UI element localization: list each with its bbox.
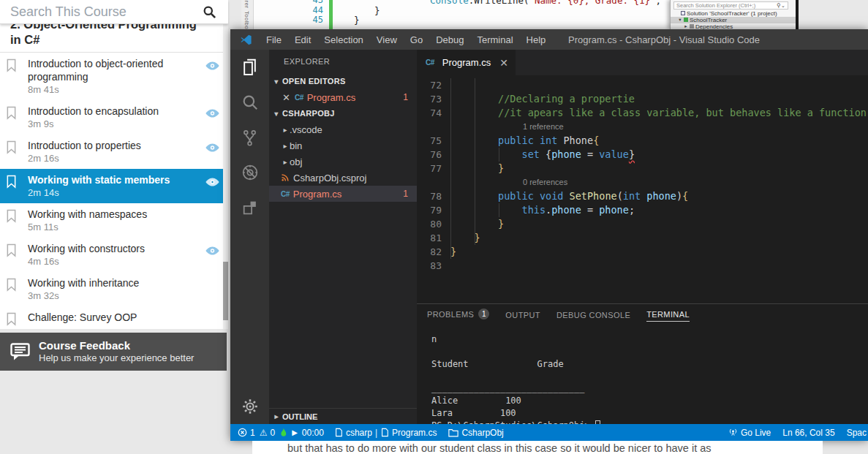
- tab-filename: Program.cs: [442, 57, 491, 68]
- course-feedback-banner[interactable]: Course Feedback Help us make your experi…: [0, 333, 227, 371]
- code-line[interactable]: 74 //it apears like a class variable, bu…: [417, 106, 868, 120]
- activity-extensions-button[interactable]: [230, 190, 269, 225]
- code-line[interactable]: 81 }: [417, 231, 868, 245]
- terminal-line: Alice 100: [431, 395, 868, 407]
- codelens[interactable]: 1 reference: [417, 120, 868, 134]
- project-folder-header[interactable]: ▾ CSHARPOBJ: [269, 105, 417, 121]
- errors-status[interactable]: 1: [238, 428, 255, 438]
- indent-guide: [499, 203, 499, 217]
- eye-icon: [205, 61, 219, 70]
- outline-header[interactable]: ▸ OUTLINE: [269, 408, 417, 424]
- menu-file[interactable]: File: [260, 34, 288, 45]
- run-code-button[interactable]: ▶: [292, 428, 298, 436]
- code-line[interactable]: 82}: [417, 245, 868, 259]
- tree-item-bin[interactable]: ▸bin: [269, 137, 417, 154]
- bookmark-icon[interactable]: [6, 175, 17, 189]
- close-icon[interactable]: ✕: [282, 92, 290, 103]
- codelens[interactable]: 0 references: [417, 175, 868, 189]
- tree-item-obj[interactable]: ▸obj: [269, 154, 417, 170]
- menu-go[interactable]: Go: [404, 34, 429, 45]
- language-status[interactable]: csharp | Program.cs: [334, 428, 437, 438]
- cursor-position-status[interactable]: Ln 66, Col 35: [782, 428, 834, 438]
- menu-edit[interactable]: Edit: [288, 34, 317, 45]
- course-search-input[interactable]: [0, 4, 203, 20]
- line-number: 81: [417, 231, 442, 245]
- warnings-status[interactable]: ⚠ 0: [260, 428, 275, 438]
- code-line[interactable]: 79 this.phone = phone;: [417, 203, 868, 217]
- menu-selection[interactable]: Selection: [317, 34, 369, 45]
- go-live-label: Go Live: [741, 428, 771, 438]
- bookmark-icon[interactable]: [6, 58, 17, 72]
- lesson-item[interactable]: Introduction to properties2m 16s: [0, 135, 228, 169]
- lesson-title: Working with static members: [28, 173, 196, 186]
- code-line[interactable]: 80 }: [417, 217, 868, 231]
- code-line[interactable]: 72: [417, 78, 868, 92]
- terminal[interactable]: n Student Grade ________________________…: [417, 326, 868, 424]
- feedback-title: Course Feedback: [39, 339, 194, 352]
- lesson-item[interactable]: Working with inheritance3m 32s: [0, 272, 228, 306]
- bookmark-icon[interactable]: [6, 106, 17, 120]
- lesson-item[interactable]: Working with static members2m 14s: [0, 169, 228, 203]
- lesson-item[interactable]: Introduction to encapsulation3m 9s: [0, 100, 228, 135]
- lesson-duration: 2m 14s: [28, 186, 196, 199]
- lesson-title: Challenge: Survey OOP: [28, 311, 196, 324]
- menu-terminal[interactable]: Terminal: [470, 34, 519, 45]
- go-live-button[interactable]: Go Live: [728, 428, 771, 438]
- code-editor[interactable]: 7273 //Declaring a propertie74 //it apea…: [417, 75, 868, 303]
- code-text: public int Phone{: [442, 134, 599, 148]
- open-editors-header[interactable]: ▾ OPEN EDITORS: [269, 73, 417, 89]
- lesson-item[interactable]: Challenge: Survey OOP: [0, 306, 228, 329]
- course-video-strip[interactable]: orer Toolbox 43 44 45 Console.WriteLine(…: [241, 0, 799, 29]
- panel-tab-output[interactable]: OUTPUT: [505, 311, 540, 322]
- bookmark-icon[interactable]: [6, 243, 17, 257]
- activity-source-control-button[interactable]: [230, 120, 269, 155]
- panel-tab-debug-console[interactable]: DEBUG CONSOLE: [556, 311, 630, 322]
- solution-explorer-row: Solution 'SchoolTracker' (1 project): [671, 10, 796, 17]
- search-icon[interactable]: [203, 5, 216, 19]
- menu-help[interactable]: Help: [520, 34, 553, 45]
- code-line[interactable]: 76 set {phone = value}: [417, 148, 868, 162]
- indent-guide: [450, 78, 451, 259]
- sidebar-scrollbar-thumb[interactable]: [223, 262, 228, 320]
- csharp-file-icon: C#: [295, 94, 303, 102]
- code-line[interactable]: 75 public int Phone{: [417, 134, 868, 148]
- dependencies-icon: [690, 24, 694, 29]
- lesson-item[interactable]: Working with constructors4m 16s: [0, 238, 228, 272]
- timer-status[interactable]: 00:00: [302, 428, 324, 438]
- close-icon[interactable]: ✕: [499, 57, 508, 69]
- vs-code-line: Console.WriteLine("Name: {0}, Grade: {1}…: [336, 0, 667, 6]
- activity-debug-button[interactable]: [230, 155, 269, 190]
- code-line[interactable]: 77 }: [417, 162, 868, 175]
- menu-bar: FileEditSelectionViewGoDebugTerminalHelp: [260, 34, 552, 45]
- error-count: 1: [250, 428, 255, 438]
- code-text: //Declaring a propertie: [442, 92, 635, 106]
- problems-badge: 1: [478, 309, 489, 319]
- code-line[interactable]: 73 //Declaring a propertie: [417, 92, 868, 106]
- code-line[interactable]: 78 public void SetPhone(int phone){: [417, 189, 868, 203]
- open-editor-item[interactable]: ✕ C# Program.cs 1: [269, 89, 417, 105]
- lesson-title: Introduction to object-oriented programm…: [28, 57, 196, 83]
- lesson-item[interactable]: Introduction to object-oriented programm…: [0, 53, 228, 100]
- menu-view[interactable]: View: [370, 34, 404, 45]
- activity-explorer-button[interactable]: [230, 50, 269, 85]
- activity-search-button[interactable]: [230, 85, 269, 120]
- bookmark-icon[interactable]: [6, 209, 17, 223]
- panel-tab-problems[interactable]: PROBLEMS1: [427, 309, 489, 322]
- panel-tab-terminal[interactable]: TERMINAL: [646, 310, 690, 322]
- code-line[interactable]: 83: [417, 259, 868, 273]
- menu-debug[interactable]: Debug: [429, 34, 470, 45]
- indentation-status[interactable]: Spac: [847, 428, 867, 438]
- sidebar-scrollbar[interactable]: [223, 24, 228, 329]
- settings-gear-button[interactable]: [230, 398, 269, 415]
- tree-item--vscode[interactable]: ▸.vscode: [269, 121, 417, 137]
- bookmark-icon[interactable]: [6, 312, 17, 326]
- line-number: 79: [417, 203, 442, 217]
- editor-tab-program-cs[interactable]: C# Program.cs ✕: [417, 50, 516, 75]
- tree-item-csharpobj-csproj[interactable]: CsharpObj.csproj: [269, 170, 417, 186]
- tree-item-program-cs[interactable]: C#Program.cs1: [269, 186, 417, 202]
- bookmark-icon[interactable]: [6, 278, 17, 292]
- bookmark-icon[interactable]: [6, 140, 17, 154]
- flame-status[interactable]: [279, 428, 287, 438]
- lesson-item[interactable]: Working with namespaces5m 11s: [0, 203, 228, 238]
- project-status[interactable]: CsharpObj: [448, 428, 503, 438]
